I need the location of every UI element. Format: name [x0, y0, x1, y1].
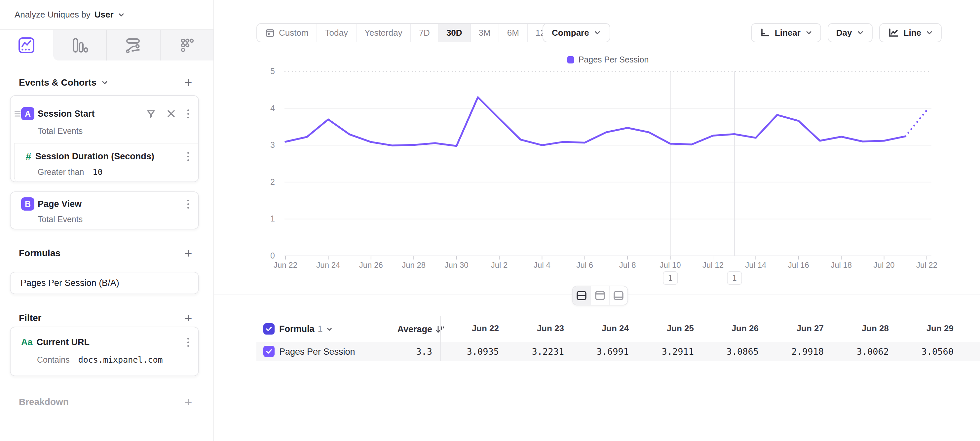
x-axis-tick-label: Jul 8 — [603, 261, 652, 270]
filter-card-current-url[interactable]: Aa Current URL Contains docs.mixpanel.co… — [10, 326, 199, 376]
event-menu-icon[interactable] — [186, 110, 190, 118]
drag-handle-icon[interactable] — [14, 110, 21, 118]
annotation-badge[interactable]: 1 — [663, 271, 678, 285]
filter-funnel-icon[interactable] — [146, 109, 156, 119]
formula-group-header[interactable]: Formula 1 — [279, 324, 333, 334]
event-badge-a: A — [21, 107, 34, 120]
x-axis-tick-label: Jul 4 — [517, 261, 566, 270]
x-axis-tick-label: Jul 14 — [731, 261, 780, 270]
retention-dots-icon — [178, 37, 196, 54]
series-row-checkbox[interactable] — [263, 346, 275, 357]
tab-flows[interactable] — [106, 30, 160, 60]
x-axis-tick-label: Jun 28 — [389, 261, 439, 270]
y-axis-tick-label: 2 — [248, 177, 275, 187]
x-axis-tick-label: Jul 20 — [859, 261, 909, 270]
range-custom[interactable]: Custom — [257, 24, 317, 41]
event-aggregation[interactable]: Total Events — [38, 215, 198, 224]
chart-type-dropdown[interactable]: Line — [879, 23, 942, 42]
layout-segmented-control — [572, 286, 628, 306]
add-breakdown-button[interactable]: + — [181, 395, 196, 409]
interval-dropdown[interactable]: Day — [828, 23, 873, 42]
average-column-header[interactable]: Average — [366, 324, 432, 334]
table-column-header[interactable]: Jun 28 — [824, 323, 889, 334]
range-30d[interactable]: 30D — [438, 24, 470, 41]
property-title[interactable]: Session Duration (Seconds) — [35, 151, 154, 162]
scale-dropdown[interactable]: Linear — [751, 23, 821, 42]
events-cohorts-header[interactable]: Events & Cohorts — [19, 77, 108, 88]
y-axis-tick-label: 3 — [248, 140, 275, 150]
x-axis-tick-label: Jun 30 — [432, 261, 481, 270]
x-axis-tick-label: Jul 16 — [774, 261, 823, 270]
insights-line-chart-icon — [18, 37, 35, 54]
table-column-header[interactable]: Jun 25 — [629, 323, 694, 334]
range-6m[interactable]: 6M — [499, 24, 527, 41]
calendar-icon — [265, 28, 275, 38]
add-formula-button[interactable]: + — [181, 246, 196, 261]
table-column-header[interactable]: Jun 24 — [564, 323, 629, 334]
filter-condition[interactable]: Contains docs.mixpanel.com — [37, 355, 198, 365]
report-main-area: Custom Today Yesterday 7D 30D 3M 6M 12M … — [214, 0, 980, 441]
chevron-down-icon — [326, 326, 333, 333]
filter-menu-icon[interactable] — [186, 338, 190, 347]
table-column-header[interactable]: Jun 23 — [499, 323, 564, 334]
table-cell-value: 3.0062 — [824, 347, 889, 357]
chart-legend[interactable]: Pages Per Session — [285, 55, 931, 64]
select-all-checkbox[interactable] — [263, 323, 275, 334]
event-card-session-start[interactable]: A Session Start Total Events # — [10, 95, 199, 182]
add-event-button[interactable]: + — [181, 75, 196, 90]
table-column-header[interactable]: Jun 27 — [759, 323, 824, 334]
x-axis-tick-label: Jun 24 — [303, 261, 353, 270]
events-cohorts-title: Events & Cohorts — [19, 77, 97, 88]
x-axis-tick-label: Jul 10 — [646, 261, 695, 270]
event-title[interactable]: Page View — [38, 199, 82, 209]
x-axis-tick-label: Jul 6 — [560, 261, 609, 270]
event-card-page-view[interactable]: B Page View Total Events — [10, 191, 199, 229]
chevron-down-icon — [101, 79, 108, 86]
event-row: B Page View — [11, 193, 198, 215]
event-menu-icon[interactable] — [186, 200, 190, 209]
numeric-property-icon: # — [26, 151, 32, 162]
property-condition[interactable]: Greater than 10 — [38, 167, 198, 177]
range-yesterday[interactable]: Yesterday — [356, 24, 410, 41]
analyze-uniques-label: Analyze Uniques by — [14, 10, 91, 20]
analysis-header: Analyze Uniques by User — [0, 0, 213, 30]
range-today[interactable]: Today — [317, 24, 356, 41]
formula-group-label: Formula — [279, 324, 315, 334]
layout-split-view-button[interactable] — [573, 286, 590, 305]
filter-header: Filter — [19, 313, 41, 323]
table-column-header[interactable]: Jun 26 — [694, 323, 759, 334]
legend-label: Pages Per Session — [579, 55, 649, 64]
annotation-badge[interactable]: 1 — [727, 271, 742, 285]
layout-chart-only-button[interactable] — [590, 286, 609, 305]
filter-title: Filter — [19, 313, 41, 323]
range-3m[interactable]: 3M — [470, 24, 499, 41]
event-property-subcard[interactable]: # Session Duration (Seconds) Greater tha… — [14, 143, 198, 181]
event-title[interactable]: Session Start — [38, 109, 95, 119]
table-cell-value: 3.0865 — [694, 347, 759, 357]
remove-event-icon[interactable] — [167, 109, 176, 118]
table-cell-value: 3.0935 — [434, 347, 499, 357]
line-chart-plot[interactable] — [285, 72, 931, 261]
filter-row: Aa Current URL — [11, 329, 198, 355]
x-axis-tick-label: Jul 22 — [902, 261, 951, 270]
table-column-header[interactable]: Jun 29 — [889, 323, 954, 334]
formula-expression[interactable]: Pages Per Session (B/A) — [21, 278, 119, 288]
y-axis-tick-label: 0 — [248, 251, 275, 261]
tab-insights[interactable] — [0, 30, 53, 60]
formula-card[interactable]: Pages Per Session (B/A) — [10, 272, 199, 294]
x-axis-tick-label: Jul 18 — [816, 261, 866, 270]
entity-dropdown[interactable]: User — [94, 10, 114, 20]
linear-axis-icon — [760, 27, 770, 38]
filter-property-title[interactable]: Current URL — [37, 337, 90, 347]
layout-table-only-button[interactable] — [609, 286, 627, 305]
compare-button[interactable]: Compare — [542, 23, 610, 42]
tab-retention[interactable] — [160, 30, 214, 60]
breakdown-title: Breakdown — [19, 397, 69, 407]
property-menu-icon[interactable] — [186, 152, 190, 161]
range-7d[interactable]: 7D — [410, 24, 438, 41]
tab-bar-chart[interactable] — [53, 30, 107, 60]
line-chart-icon — [888, 27, 899, 38]
add-filter-button[interactable]: + — [181, 311, 196, 325]
table-column-header[interactable]: Jun 22 — [434, 323, 499, 334]
series-row-label[interactable]: Pages Per Session — [279, 347, 355, 357]
